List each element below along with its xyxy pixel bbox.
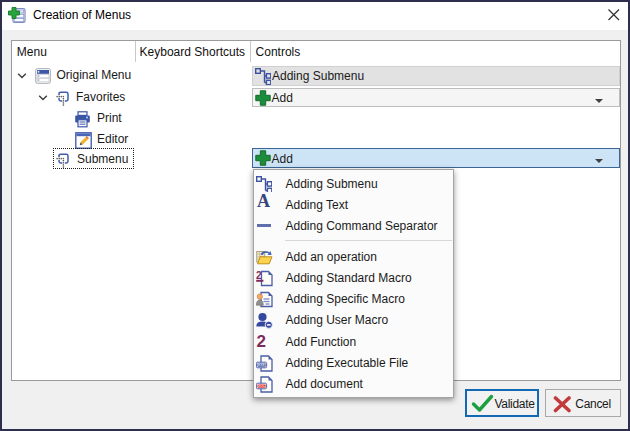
svg-text:EXE: EXE (258, 363, 266, 367)
svg-text:DOC: DOC (258, 384, 266, 388)
svg-text:2: 2 (256, 270, 262, 281)
